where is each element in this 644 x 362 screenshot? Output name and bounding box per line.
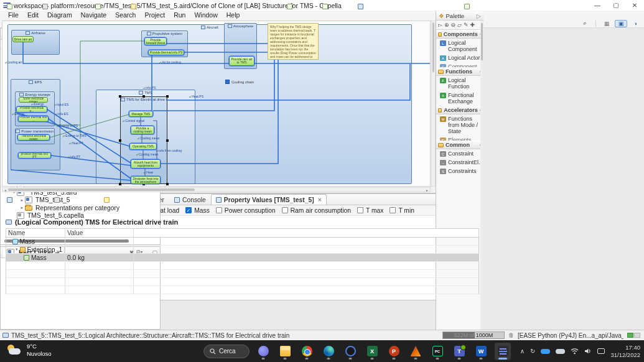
palette-header[interactable]: ❖ Palette ▷ (436, 11, 483, 21)
domain-checkbox-t-max[interactable]: T max (357, 207, 383, 214)
cloud-icon[interactable] (556, 349, 565, 354)
twisty-icon[interactable]: ▸ (19, 205, 25, 210)
taskbar-app-word[interactable]: W (473, 343, 489, 360)
function-provide-ram-air-to-tms[interactable]: Provide ram air to TMS (229, 56, 254, 66)
column-header-name[interactable]: Name (6, 229, 65, 237)
function-drive-ram-air[interactable]: Drive ram air (12, 36, 34, 42)
taskbar-app-explorer[interactable] (277, 343, 293, 360)
menu-navigate[interactable]: Navigate (77, 11, 111, 19)
checkbox[interactable] (390, 207, 396, 213)
function-dissipate-heat-into-the-atmosphere[interactable]: Dissipate heat into the atmosphere (131, 176, 161, 184)
garbage-collect-icon[interactable]: 🗑 (508, 332, 514, 338)
close-window-button[interactable]: ✕ (625, 0, 644, 11)
search-icon[interactable]: ⌕ (579, 20, 591, 27)
scroll-right-icon[interactable]: ▸ (424, 188, 430, 192)
palette-section-common[interactable]: Common◦ (436, 141, 483, 149)
bottom-tab-property-values-tms-test-5-[interactable]: Property Values [TMS_test_5]✕ (211, 194, 327, 205)
taskbar-app-chrome[interactable] (299, 343, 315, 360)
progress-indicator[interactable] (627, 333, 640, 338)
table-row-mass[interactable]: Mass0.0 kg (6, 254, 478, 262)
menu-window[interactable]: Window (190, 11, 222, 19)
function-transmit-electrical-power[interactable]: Transmit electrical power (17, 134, 50, 141)
function-manage-tms[interactable]: Manage TMS (129, 111, 153, 117)
domain-checkbox-power-consuption[interactable]: Power consuption (216, 207, 276, 214)
palette-item-constraint[interactable]: CConstraint (436, 149, 483, 158)
palette-section-components[interactable]: Components◦ (436, 30, 483, 39)
menu-project[interactable]: Project (140, 11, 169, 19)
domain-checkbox-t-min[interactable]: T min (390, 207, 414, 214)
checkbox[interactable]: ✓ (185, 207, 192, 213)
palette-section-accelerators[interactable]: Accelerators◦ (436, 106, 483, 114)
sync-icon[interactable]: ↻ (530, 348, 535, 355)
domain-checkbox-ram-air-consumption[interactable]: Ram air consumption (282, 207, 351, 214)
palette-item-logical-function[interactable]: FLogical Function (436, 76, 483, 91)
column-header-value[interactable]: Value (65, 229, 134, 237)
function-provide-a-cooling-mean[interactable]: Provide a cooling mean (131, 126, 154, 134)
zoom-in-icon[interactable]: ⊕ (444, 22, 449, 28)
function-absorb-heat-from-equipments[interactable]: Absorb heat from equipments (131, 159, 161, 169)
menu-diagram[interactable]: Diagram (43, 11, 77, 19)
collapse-palette-icon[interactable]: ▷ (477, 12, 481, 19)
capella-perspective-button[interactable]: ▣ (615, 20, 627, 27)
function-provide-forward-thrust[interactable]: Provide forward thrust (144, 37, 167, 45)
diagram-note[interactable]: Why? helping the TMS design team to addr… (268, 23, 319, 60)
function-operating-tms[interactable]: Operating TMS (129, 143, 157, 150)
palette-item-constraints[interactable]: SConstraints (436, 167, 483, 175)
close-tab-icon[interactable]: ✕ (318, 197, 322, 203)
checkbox[interactable] (216, 207, 222, 213)
palette-item-functional-exchange[interactable]: XFunctional Exchange (436, 91, 483, 106)
maximize-window-button[interactable]: ▢ (607, 0, 625, 11)
taskbar-app-ppt[interactable]: P (386, 343, 402, 360)
menu-search[interactable]: Search (111, 11, 140, 19)
note-tool-icon[interactable]: ✎ (464, 22, 469, 28)
twisty-icon[interactable]: ▾ (8, 239, 11, 244)
taskbar-app-excel[interactable]: X (364, 343, 380, 360)
palette-item-functions-from-mode-state[interactable]: MFunctions from Mode / State (436, 114, 483, 136)
clock[interactable]: 17:40 31/12/2022 (610, 344, 640, 359)
taskbar-app-edge[interactable] (320, 343, 337, 360)
taskbar-app-chat[interactable] (255, 343, 271, 360)
function-provide-thermal-info-[interactable]: Provide thermal info ... (18, 116, 49, 122)
menu-run[interactable]: Run (169, 11, 190, 19)
palette-item-elements[interactable]: EElements (436, 136, 483, 141)
tree-item-tms-test-5[interactable]: ▸TMS_test_5 (1, 196, 160, 203)
palette-item-component-exchange[interactable]: EComponent Exchange (436, 62, 483, 67)
select-tool-icon[interactable]: ▻ (438, 22, 442, 28)
checkbox[interactable] (357, 207, 363, 213)
palette-item-logical-component[interactable]: LLogical Component (436, 39, 483, 53)
domain-checkbox-mass[interactable]: ✓Mass (185, 207, 210, 214)
table-row-extension_1[interactable]: ▾Extension_1 (6, 246, 478, 254)
scroll-left-icon[interactable]: ◂ (2, 188, 8, 192)
menu-edit[interactable]: Edit (23, 11, 43, 19)
horizontal-scrollbar[interactable]: ◂ ▸ (2, 187, 431, 192)
table-row-mass[interactable]: ▾Mass (6, 238, 478, 246)
taskbar-app-pycharm[interactable]: PC (429, 343, 446, 360)
twisty-icon[interactable]: ▾ (16, 247, 18, 252)
volume-icon[interactable] (584, 348, 592, 355)
palette-section-functions[interactable]: Functions◦ (436, 67, 483, 76)
vertical-scrollbar[interactable] (431, 21, 436, 187)
diagram-canvas[interactable]: AircraftAirframePropulsive systemAtmosph… (2, 21, 431, 187)
function-provide-thermal-info-pt[interactable]: provide thermal info PT (18, 152, 51, 159)
palette-scrollbar[interactable] (480, 21, 483, 361)
twisty-icon[interactable]: ▸ (19, 198, 25, 203)
menu-help[interactable]: Help (222, 11, 245, 19)
minimize-window-button[interactable]: — (588, 0, 607, 11)
zoom-out-icon[interactable]: ⊖ (450, 22, 455, 28)
palette-item-constraintel-[interactable]: →ConstraintEl... (436, 158, 483, 167)
marquee-icon[interactable]: ▱ (457, 22, 462, 28)
python-perspective-button[interactable]: ◑ (629, 20, 642, 27)
tray-chevron-icon[interactable]: ∧ (520, 348, 525, 355)
function-provide-thermal-info-ps[interactable]: Provide thermal info PS (148, 50, 184, 55)
bottom-tab-console[interactable]: Console (169, 194, 211, 205)
taskbar-app-matlab[interactable] (408, 343, 424, 360)
palette-item-logical-actor[interactable]: ALogical Actor (436, 53, 483, 62)
wifi-icon[interactable] (571, 348, 579, 355)
onedrive-icon[interactable] (541, 349, 550, 354)
tree-item-representations-per-category[interactable]: ▸Representations per category (1, 204, 160, 211)
keyboard-layout-icon[interactable] (597, 348, 605, 354)
taskbar-app-capella[interactable] (495, 343, 511, 360)
checkbox[interactable] (282, 207, 288, 213)
menu-file[interactable]: File (4, 11, 23, 19)
weather-widget[interactable]: 9°C Nuvoloso (6, 343, 52, 358)
